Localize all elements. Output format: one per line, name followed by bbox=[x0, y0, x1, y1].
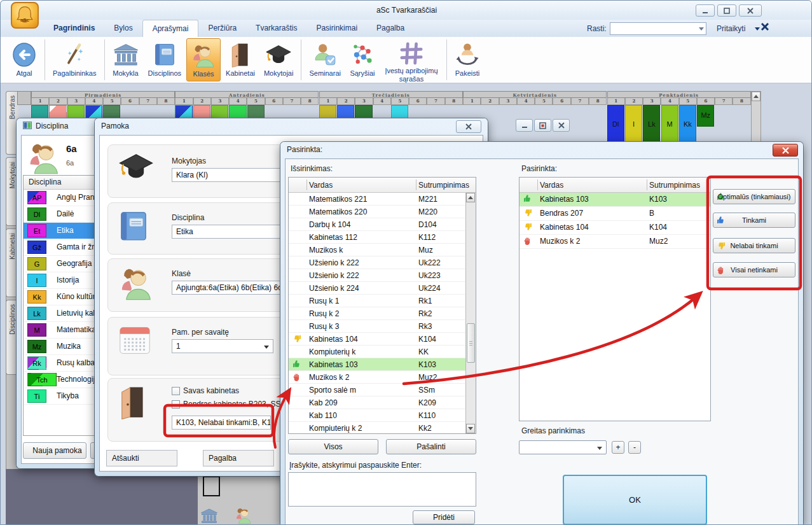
room-row-kab-110-k110[interactable]: Kab 110K110 bbox=[289, 409, 465, 422]
room-row-kabinetas-112-k112[interactable]: Kabinetas 112K112 bbox=[289, 231, 465, 244]
period-5[interactable]: 5 bbox=[679, 98, 697, 105]
abbr-column-header[interactable]: Sutrumpinimas bbox=[418, 181, 469, 190]
clear-find-button[interactable] bbox=[761, 22, 770, 34]
room-row-uzsienio-k-222-uk222[interactable]: Užsienio k 222Uk222 bbox=[289, 256, 465, 269]
room-row-bendras-207-b[interactable]: Bendras 207B bbox=[520, 207, 710, 221]
toolbar-sarysiai[interactable]: Sąryšiai bbox=[346, 38, 379, 81]
room-row-rusu-k-2-rk2[interactable]: Rusų k 2Rk2 bbox=[289, 307, 465, 320]
room-row-kab-209-k209[interactable]: Kab 209K209 bbox=[289, 396, 465, 409]
suitability-button-visai-netinkami[interactable]: Visai netinkami bbox=[713, 262, 795, 277]
abbr-column-header[interactable]: Sutrumpinimas bbox=[649, 181, 700, 190]
ribbon-tab-pasirinkimai[interactable]: Pasirinkimai bbox=[306, 20, 367, 37]
period-2[interactable]: 2 bbox=[625, 98, 643, 105]
room-row-rusu-k-3-rk3[interactable]: Rusų k 3Rk3 bbox=[289, 320, 465, 333]
timetable-cell-kk[interactable]: Kk bbox=[679, 105, 696, 144]
room-row-uzsienio-k-224-uk224[interactable]: Užsienio k 224Uk224 bbox=[289, 282, 465, 295]
period-6[interactable]: 6 bbox=[409, 98, 427, 105]
room-row-muzikos-k-2-muz2[interactable]: Muzikos k 2Muz2 bbox=[289, 371, 465, 384]
mdi-minimize-button[interactable] bbox=[516, 119, 533, 132]
title-bar[interactable]: aSc Tvarkaraščiai bbox=[1, 1, 812, 20]
quick-add-button[interactable]: + bbox=[612, 441, 624, 454]
suitability-button-tinkami[interactable]: Tinkami bbox=[713, 213, 795, 228]
scrollbar-thumb[interactable] bbox=[467, 323, 475, 363]
period-4[interactable]: 4 bbox=[85, 98, 103, 105]
mdi-close-button[interactable] bbox=[553, 119, 570, 132]
timetable-cell-lk[interactable]: Lk bbox=[643, 105, 660, 144]
per-week-dropdown[interactable]: 1 bbox=[172, 339, 273, 353]
toolbar-pakeisti[interactable]: Pakeisti bbox=[451, 38, 484, 81]
scroll-up-icon[interactable] bbox=[752, 92, 760, 101]
room-row-kabinetas-103-k103[interactable]: Kabinetas 103K103 bbox=[289, 358, 465, 371]
room-row-kabinetas-103-k103[interactable]: Kabinetas 103K103 bbox=[520, 193, 710, 207]
pasirinkta-close-button[interactable] bbox=[773, 144, 798, 157]
period-1[interactable]: 1 bbox=[463, 98, 481, 105]
ok-button[interactable]: OK bbox=[563, 475, 707, 525]
period-8[interactable]: 8 bbox=[733, 98, 750, 105]
period-6[interactable]: 6 bbox=[697, 98, 715, 105]
period-3[interactable]: 3 bbox=[643, 98, 661, 105]
minimize-button[interactable] bbox=[696, 4, 715, 17]
type-rooms-input[interactable] bbox=[288, 472, 476, 507]
period-4[interactable]: 4 bbox=[661, 98, 678, 105]
period-3[interactable]: 3 bbox=[355, 98, 373, 105]
room-row-kompiuteriu-k-kk[interactable]: Kompiuterių kKK bbox=[289, 346, 465, 358]
room-row-darbu-k-104-d104[interactable]: Darbų k 104D104 bbox=[289, 218, 465, 231]
own-room-checkbox[interactable]: Savas kabinetas bbox=[172, 386, 239, 395]
period-1[interactable]: 1 bbox=[31, 98, 49, 105]
room-row-matematikos-220-m220[interactable]: Matematikos 220M220 bbox=[289, 206, 465, 218]
find-input[interactable] bbox=[610, 22, 706, 35]
ribbon-tab-pagalba[interactable]: Pagalba bbox=[367, 20, 414, 37]
period-1[interactable]: 1 bbox=[607, 98, 625, 105]
period-3[interactable]: 3 bbox=[67, 98, 85, 105]
toolbar-disciplinos[interactable]: Disciplinos bbox=[144, 38, 186, 81]
quick-remove-button[interactable]: - bbox=[628, 441, 641, 454]
quick-selection-dropdown[interactable] bbox=[519, 440, 607, 454]
toolbar-atgal[interactable]: Atgal bbox=[8, 38, 41, 81]
toolbar-kabinetai[interactable]: Kabinetai bbox=[222, 38, 259, 81]
period-7[interactable]: 7 bbox=[571, 98, 589, 105]
find-dropdown-icon[interactable] bbox=[699, 27, 704, 31]
timetable-cell-m[interactable]: M bbox=[661, 105, 678, 144]
apply-button[interactable]: Pritaikyti bbox=[717, 24, 745, 33]
help-button[interactable]: Pagalba bbox=[203, 450, 274, 466]
suitability-button-optimalus-tinkamiausi[interactable]: Optimalūs (tinkamiausi) bbox=[713, 189, 795, 204]
toolbar-ivestu-apribojimu-sarasas[interactable]: Įvestų apribojimų sąrašas bbox=[380, 38, 443, 81]
pasirinkta-dialog-titlebar[interactable]: Pasirinkta: bbox=[280, 142, 803, 157]
rooms-field[interactable]: K103, Nelabai tinkami:B, K104, bbox=[172, 416, 271, 430]
name-column-header[interactable]: Vardas bbox=[540, 181, 563, 190]
period-7[interactable]: 7 bbox=[283, 98, 301, 105]
period-4[interactable]: 4 bbox=[373, 98, 391, 105]
scroll-down-icon[interactable] bbox=[466, 424, 475, 433]
period-5[interactable]: 5 bbox=[247, 98, 265, 105]
new-lesson-button[interactable]: Nauja pamoka bbox=[23, 442, 86, 459]
period-3[interactable]: 3 bbox=[211, 98, 229, 105]
pamoka-dialog-titlebar[interactable]: Pamoka bbox=[95, 118, 488, 134]
period-8[interactable]: 8 bbox=[157, 98, 175, 105]
toolbar-seminarai[interactable]: Seminarai bbox=[305, 38, 345, 81]
close-button[interactable] bbox=[739, 4, 762, 17]
room-row-muzikos-k-muz[interactable]: Muzikos kMuz bbox=[289, 244, 465, 256]
toolbar-mokykla[interactable]: Mokykla bbox=[109, 38, 143, 81]
shared-room-checkbox[interactable]: Bendras kabinetas B203, SS1, bbox=[172, 400, 287, 409]
available-list-scrollbar[interactable] bbox=[465, 193, 476, 433]
period-2[interactable]: 2 bbox=[337, 98, 355, 105]
ribbon-tab-aprasymai[interactable]: Aprašymai bbox=[142, 20, 199, 38]
period-7[interactable]: 7 bbox=[427, 98, 444, 105]
toolbar-mokytojai[interactable]: Mokytojai bbox=[260, 38, 297, 81]
period-3[interactable]: 3 bbox=[499, 98, 517, 105]
apply-dropdown-icon[interactable] bbox=[755, 27, 760, 31]
room-row-sporto-sale-m-ssm[interactable]: Sporto salė mSSm bbox=[289, 384, 465, 396]
period-2[interactable]: 2 bbox=[193, 98, 211, 105]
room-row-kompiuteriu-k-2-kk2[interactable]: Kompiuterių k 2Kk2 bbox=[289, 422, 465, 434]
period-4[interactable]: 4 bbox=[517, 98, 535, 105]
timetable-cell-dl[interactable]: Dl bbox=[607, 105, 624, 144]
period-2[interactable]: 2 bbox=[49, 98, 67, 105]
room-row-matematikos-221-m221[interactable]: Matematikos 221M221 bbox=[289, 193, 465, 206]
cancel-button[interactable]: Atšaukti bbox=[106, 450, 177, 466]
period-1[interactable]: 1 bbox=[319, 98, 337, 105]
period-6[interactable]: 6 bbox=[121, 98, 139, 105]
toolbar-pagalbininkas[interactable]: Pagalbininkas bbox=[49, 38, 100, 81]
period-1[interactable]: 1 bbox=[175, 98, 193, 105]
ribbon-tab-bylos[interactable]: Bylos bbox=[104, 20, 142, 37]
room-row-rusu-k-1-rk1[interactable]: Rusų k 1Rk1 bbox=[289, 295, 465, 307]
